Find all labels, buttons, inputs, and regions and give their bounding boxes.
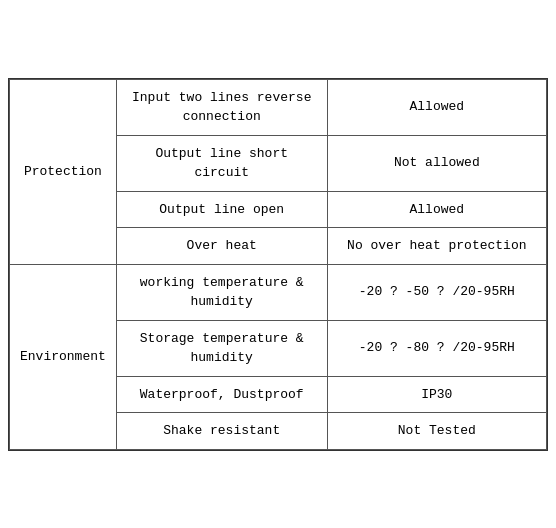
feature-cell: Waterproof, Dustproof [116, 376, 327, 413]
value-cell: Allowed [327, 191, 546, 228]
feature-cell: Over heat [116, 228, 327, 265]
value-cell: -20 ? -50 ? /20-95RH [327, 264, 546, 320]
feature-cell: working temperature &humidity [116, 264, 327, 320]
value-cell: Not allowed [327, 135, 546, 191]
category-cell: Environment [10, 264, 117, 449]
value-cell: -20 ? -80 ? /20-95RH [327, 320, 546, 376]
table-row: ProtectionInput two lines reverse connec… [10, 79, 547, 135]
feature-cell: Input two lines reverse connection [116, 79, 327, 135]
category-cell: Protection [10, 79, 117, 264]
value-cell: No over heat protection [327, 228, 546, 265]
main-table: ProtectionInput two lines reverse connec… [8, 78, 548, 451]
value-cell: IP30 [327, 376, 546, 413]
value-cell: Allowed [327, 79, 546, 135]
feature-cell: Storage temperature &humidity [116, 320, 327, 376]
feature-cell: Shake resistant [116, 413, 327, 450]
feature-cell: Output line open [116, 191, 327, 228]
table-row: Environmentworking temperature &humidity… [10, 264, 547, 320]
value-cell: Not Tested [327, 413, 546, 450]
feature-cell: Output line short circuit [116, 135, 327, 191]
